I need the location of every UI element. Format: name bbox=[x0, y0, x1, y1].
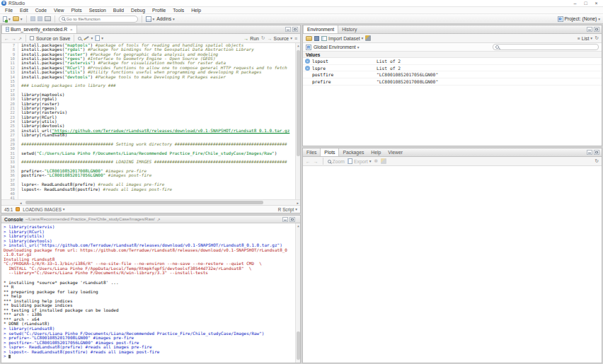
run-button[interactable]: →Run bbox=[243, 36, 258, 41]
pane-maximize-button[interactable] bbox=[289, 217, 295, 222]
refresh-icon[interactable]: ↻ bbox=[595, 35, 599, 41]
zoom-plot-button[interactable]: Zoom bbox=[328, 159, 345, 164]
addins-button[interactable]: Addins▾ bbox=[156, 16, 175, 21]
project-label: Project: (None) bbox=[565, 16, 597, 21]
expand-object-icon[interactable]: ▸ bbox=[305, 59, 310, 64]
pane-minimize-button[interactable] bbox=[282, 217, 288, 222]
menu-profile[interactable]: Profile bbox=[149, 7, 169, 13]
panes-layout-button[interactable]: ▾ bbox=[146, 16, 155, 22]
code-editor-area[interactable]: 7install.packages("maptools") #package o… bbox=[1, 43, 300, 199]
remove-plot-icon[interactable]: ⊗ bbox=[374, 158, 378, 164]
menu-session[interactable]: Session bbox=[86, 7, 110, 13]
save-all-button[interactable] bbox=[38, 16, 42, 21]
load-workspace-icon[interactable] bbox=[306, 36, 312, 41]
environment-row[interactable]: ▸lspostList of 2 bbox=[303, 58, 602, 65]
menu-code[interactable]: Code bbox=[32, 7, 50, 13]
console-body[interactable]: > library(rastervis)> library(RCurl)> li… bbox=[1, 223, 300, 363]
pane-minimize-button[interactable] bbox=[587, 150, 592, 155]
run-icon: → bbox=[243, 36, 248, 41]
menu-edit[interactable]: Edit bbox=[16, 7, 32, 13]
pane-maximize-button[interactable] bbox=[594, 27, 599, 32]
menu-file[interactable]: File bbox=[1, 7, 16, 13]
scrollbar-thumb[interactable] bbox=[297, 331, 300, 360]
save-button[interactable] bbox=[30, 16, 35, 21]
find-replace-icon[interactable] bbox=[78, 37, 81, 40]
menu-view[interactable]: View bbox=[50, 7, 68, 13]
save-workspace-icon[interactable] bbox=[314, 36, 319, 41]
import-dataset-button[interactable]: Import Dataset▾ bbox=[321, 36, 363, 41]
environment-search-box[interactable] bbox=[493, 44, 599, 50]
environment-row[interactable]: prefire"LC80010852017008LGN00" bbox=[303, 78, 602, 86]
pane-minimize-button[interactable] bbox=[587, 27, 592, 32]
back-icon[interactable]: ← bbox=[4, 36, 9, 41]
menu-debug[interactable]: Debug bbox=[127, 7, 149, 13]
tab-environment[interactable]: Environment bbox=[303, 25, 338, 33]
forward-icon[interactable]: → bbox=[11, 36, 16, 41]
tab-viewer[interactable]: Viewer bbox=[384, 148, 406, 156]
project-selector[interactable]: R Project: (None) ▾ bbox=[558, 16, 600, 22]
scrollbar-thumb[interactable] bbox=[25, 201, 263, 204]
caret-down-icon: ▾ bbox=[290, 36, 292, 40]
scroll-right-icon[interactable]: ▸ bbox=[297, 200, 299, 206]
menu-tools[interactable]: Tools bbox=[169, 7, 188, 13]
window-close-button[interactable]: × bbox=[591, 0, 602, 6]
source-on-save-checkbox[interactable] bbox=[30, 36, 34, 40]
editor-vertical-scrollbar[interactable]: ▲ bbox=[295, 43, 300, 199]
environment-scope-selector[interactable]: Global Environment▾ bbox=[314, 45, 359, 49]
scroll-up-icon[interactable]: ▲ bbox=[296, 224, 300, 228]
menu-build[interactable]: Build bbox=[110, 7, 127, 13]
next-plot-icon[interactable]: → bbox=[314, 159, 318, 164]
goto-file-function-box[interactable] bbox=[59, 16, 138, 23]
editor-tab[interactable]: R Burn_severity_extended.R × bbox=[1, 25, 77, 33]
refresh-icon[interactable]: ↻ bbox=[595, 158, 599, 164]
source-button[interactable]: →Source▾ bbox=[268, 36, 292, 41]
code-line: 31setwd("C:/Users/Liana Pinho F/Document… bbox=[1, 151, 300, 155]
expand-object-icon[interactable]: ▸ bbox=[305, 66, 310, 71]
menu-plots[interactable]: Plots bbox=[68, 7, 86, 13]
console-pane: Console ~/Liana/Recommended Practice_Fir… bbox=[1, 215, 301, 363]
console-vertical-scrollbar[interactable]: ▲ bbox=[295, 223, 300, 363]
environment-row[interactable]: ▸lspreList of 2 bbox=[303, 65, 602, 72]
section-navigator[interactable]: LOADING IMAGES▾ bbox=[23, 207, 64, 212]
clear-plots-icon[interactable] bbox=[381, 158, 386, 164]
menu-help[interactable]: Help bbox=[188, 7, 205, 13]
tab-close-icon[interactable]: × bbox=[70, 28, 73, 32]
environment-toolbar: Import Dataset▾ ≡List▾ ↻ bbox=[303, 34, 602, 43]
export-icon bbox=[348, 158, 352, 164]
scroll-left-icon[interactable]: ◂ bbox=[20, 200, 22, 206]
window-minimize-button[interactable]: – bbox=[570, 0, 580, 6]
list-view-button[interactable]: ≡List▾ bbox=[578, 36, 592, 41]
export-plot-button[interactable]: Export▾ bbox=[348, 158, 371, 164]
search-icon bbox=[495, 45, 499, 49]
new-project-button[interactable]: ▾ bbox=[13, 16, 23, 21]
document-outline-icon[interactable]: ≡ bbox=[294, 36, 297, 41]
pane-minimize-button[interactable] bbox=[285, 27, 291, 32]
tab-help[interactable]: Help bbox=[367, 148, 384, 156]
project-r-icon: R bbox=[558, 16, 563, 22]
section-marker-icon bbox=[16, 207, 20, 211]
tab-history[interactable]: History bbox=[338, 25, 360, 33]
popout-icon[interactable]: ↗ bbox=[18, 36, 22, 41]
code-tools-button[interactable]: ▾ bbox=[84, 36, 93, 40]
window-maximize-button[interactable]: □ bbox=[580, 0, 591, 6]
editor-lines: 7install.packages("maptools") #package o… bbox=[1, 43, 300, 199]
new-file-button[interactable]: ▾ bbox=[3, 16, 11, 22]
scroll-up-icon[interactable]: ▲ bbox=[296, 44, 300, 47]
file-type-selector[interactable]: R Script▾ bbox=[278, 207, 297, 212]
popout-icon[interactable]: ↗ bbox=[157, 217, 161, 222]
notebook-icon bbox=[95, 35, 100, 41]
compile-report-button[interactable]: ▾ bbox=[95, 35, 103, 41]
tab-packages[interactable]: Packages bbox=[339, 148, 367, 156]
pane-maximize-button[interactable] bbox=[594, 150, 599, 155]
previous-plot-icon[interactable]: ← bbox=[306, 159, 311, 164]
tab-files[interactable]: Files bbox=[303, 148, 320, 156]
tab-plots[interactable]: Plots bbox=[320, 148, 339, 156]
print-button[interactable] bbox=[45, 16, 51, 21]
clear-objects-icon[interactable] bbox=[365, 35, 371, 41]
environment-row[interactable]: postfire"LC80010852017056LGN00" bbox=[303, 71, 602, 78]
scrollbar-thumb[interactable] bbox=[297, 50, 300, 156]
pane-maximize-button[interactable] bbox=[292, 27, 298, 32]
rerun-icon[interactable]: ↻ bbox=[261, 35, 265, 41]
goto-file-function-input[interactable] bbox=[67, 16, 130, 21]
editor-horizontal-scrollbar[interactable]: ◂ ▸ bbox=[1, 199, 300, 205]
